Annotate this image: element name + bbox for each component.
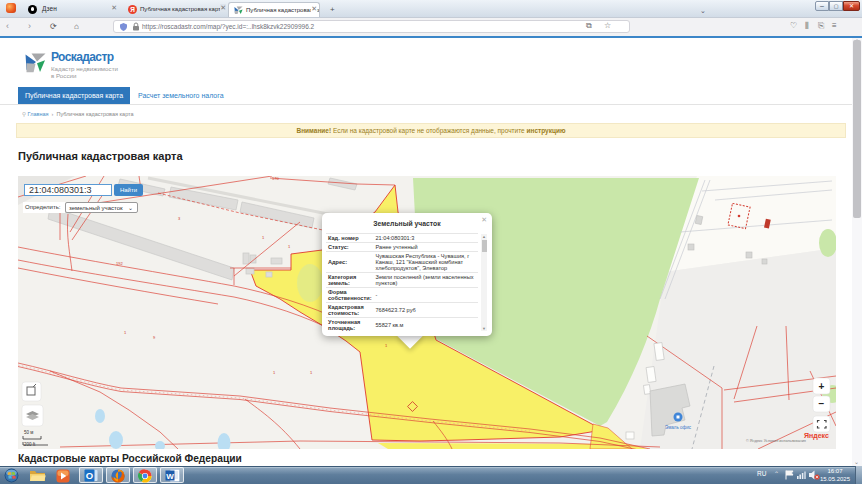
- svg-text:O: O: [86, 470, 93, 481]
- svg-text:W: W: [166, 472, 174, 481]
- svg-text:Яндекс: Яндекс: [804, 432, 829, 440]
- svg-text:© Яндекс Условия использовани: © Яндекс Условия использования: [746, 439, 806, 443]
- svg-text:200 ft: 200 ft: [24, 442, 36, 447]
- svg-text:−: −: [819, 398, 825, 409]
- svg-text:Эмаль офис: Эмаль офис: [665, 425, 692, 430]
- svg-text:170: 170: [272, 176, 279, 181]
- svg-text:50 м: 50 м: [24, 430, 33, 435]
- svg-text:+: +: [819, 381, 825, 392]
- svg-text:192: 192: [116, 261, 123, 266]
